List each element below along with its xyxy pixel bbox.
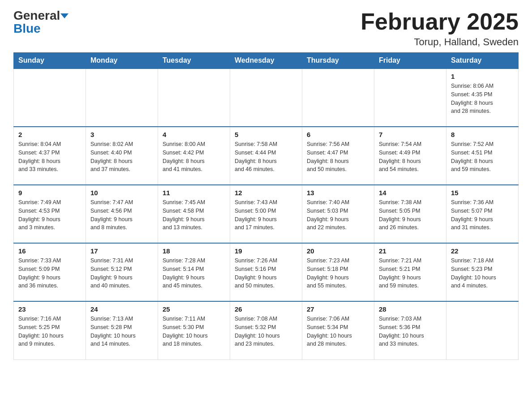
table-row: 2Sunrise: 8:04 AM Sunset: 4:37 PM Daylig… [14, 127, 86, 185]
table-row: 27Sunrise: 7:06 AM Sunset: 5:34 PM Dayli… [302, 301, 374, 360]
day-info: Sunrise: 7:40 AM Sunset: 5:03 PM Dayligh… [307, 198, 369, 232]
logo-line2: Blue [13, 22, 69, 36]
day-info: Sunrise: 7:13 AM Sunset: 5:28 PM Dayligh… [90, 315, 153, 348]
day-info: Sunrise: 7:58 AM Sunset: 4:44 PM Dayligh… [235, 140, 297, 174]
day-number: 2 [18, 131, 81, 138]
table-row [14, 68, 86, 127]
day-info: Sunrise: 7:54 AM Sunset: 4:49 PM Dayligh… [379, 140, 442, 174]
table-row [230, 68, 302, 127]
col-sunday: Sunday [14, 53, 86, 69]
table-row [158, 68, 230, 127]
day-info: Sunrise: 7:45 AM Sunset: 4:58 PM Dayligh… [163, 198, 225, 232]
day-number: 19 [235, 247, 297, 255]
table-row: 12Sunrise: 7:43 AM Sunset: 5:00 PM Dayli… [230, 185, 302, 243]
calendar-week-row: 23Sunrise: 7:16 AM Sunset: 5:25 PM Dayli… [14, 301, 519, 360]
day-info: Sunrise: 8:06 AM Sunset: 4:35 PM Dayligh… [451, 82, 514, 116]
table-row: 23Sunrise: 7:16 AM Sunset: 5:25 PM Dayli… [14, 301, 86, 360]
day-number: 22 [451, 247, 514, 255]
col-saturday: Saturday [446, 53, 519, 69]
calendar-week-row: 9Sunrise: 7:49 AM Sunset: 4:53 PM Daylig… [14, 185, 519, 243]
calendar-week-row: 1Sunrise: 8:06 AM Sunset: 4:35 PM Daylig… [14, 68, 519, 127]
day-info: Sunrise: 7:03 AM Sunset: 5:36 PM Dayligh… [379, 315, 442, 348]
day-number: 28 [379, 305, 442, 313]
day-info: Sunrise: 7:23 AM Sunset: 5:18 PM Dayligh… [307, 257, 369, 290]
table-row [302, 68, 374, 127]
calendar-table: Sunday Monday Tuesday Wednesday Thursday… [13, 52, 519, 360]
col-monday: Monday [86, 53, 158, 69]
table-row: 1Sunrise: 8:06 AM Sunset: 4:35 PM Daylig… [446, 68, 519, 127]
day-number: 5 [235, 131, 297, 138]
table-row: 8Sunrise: 7:52 AM Sunset: 4:51 PM Daylig… [446, 127, 519, 185]
day-info: Sunrise: 7:31 AM Sunset: 5:12 PM Dayligh… [90, 257, 153, 290]
day-number: 1 [451, 73, 514, 80]
table-row [86, 68, 158, 127]
table-row: 6Sunrise: 7:56 AM Sunset: 4:47 PM Daylig… [302, 127, 374, 185]
col-tuesday: Tuesday [158, 53, 230, 69]
calendar-week-row: 2Sunrise: 8:04 AM Sunset: 4:37 PM Daylig… [14, 127, 519, 185]
table-row: 28Sunrise: 7:03 AM Sunset: 5:36 PM Dayli… [374, 301, 446, 360]
calendar-header-row: Sunday Monday Tuesday Wednesday Thursday… [14, 53, 519, 69]
table-row: 18Sunrise: 7:28 AM Sunset: 5:14 PM Dayli… [158, 243, 230, 301]
table-row: 21Sunrise: 7:21 AM Sunset: 5:21 PM Dayli… [374, 243, 446, 301]
page-header: General Blue February 2025 Torup, Hallan… [13, 9, 519, 48]
table-row: 11Sunrise: 7:45 AM Sunset: 4:58 PM Dayli… [158, 185, 230, 243]
day-number: 24 [90, 305, 153, 313]
day-info: Sunrise: 7:21 AM Sunset: 5:21 PM Dayligh… [379, 257, 442, 290]
table-row: 19Sunrise: 7:26 AM Sunset: 5:16 PM Dayli… [230, 243, 302, 301]
day-number: 25 [163, 305, 225, 313]
table-row: 14Sunrise: 7:38 AM Sunset: 5:05 PM Dayli… [374, 185, 446, 243]
day-number: 4 [163, 131, 225, 138]
day-info: Sunrise: 7:33 AM Sunset: 5:09 PM Dayligh… [18, 257, 81, 290]
col-thursday: Thursday [302, 53, 374, 69]
day-number: 3 [90, 131, 153, 138]
day-info: Sunrise: 8:04 AM Sunset: 4:37 PM Dayligh… [18, 140, 81, 174]
day-number: 21 [379, 247, 442, 255]
location: Torup, Halland, Sweden [360, 36, 519, 48]
day-number: 20 [307, 247, 369, 255]
day-info: Sunrise: 7:52 AM Sunset: 4:51 PM Dayligh… [451, 140, 514, 174]
table-row [374, 68, 446, 127]
table-row: 9Sunrise: 7:49 AM Sunset: 4:53 PM Daylig… [14, 185, 86, 243]
title-section: February 2025 Torup, Halland, Sweden [360, 9, 519, 48]
table-row: 5Sunrise: 7:58 AM Sunset: 4:44 PM Daylig… [230, 127, 302, 185]
table-row: 13Sunrise: 7:40 AM Sunset: 5:03 PM Dayli… [302, 185, 374, 243]
col-wednesday: Wednesday [230, 53, 302, 69]
day-number: 6 [307, 131, 369, 138]
calendar-week-row: 16Sunrise: 7:33 AM Sunset: 5:09 PM Dayli… [14, 243, 519, 301]
logo-line1: General [13, 9, 69, 23]
day-number: 17 [90, 247, 153, 255]
day-info: Sunrise: 7:36 AM Sunset: 5:07 PM Dayligh… [451, 198, 514, 232]
table-row: 22Sunrise: 7:18 AM Sunset: 5:23 PM Dayli… [446, 243, 519, 301]
day-info: Sunrise: 7:43 AM Sunset: 5:00 PM Dayligh… [235, 198, 297, 232]
col-friday: Friday [374, 53, 446, 69]
day-number: 8 [451, 131, 514, 138]
day-info: Sunrise: 7:08 AM Sunset: 5:32 PM Dayligh… [235, 315, 297, 348]
table-row: 16Sunrise: 7:33 AM Sunset: 5:09 PM Dayli… [14, 243, 86, 301]
day-info: Sunrise: 7:47 AM Sunset: 4:56 PM Dayligh… [90, 198, 153, 232]
table-row: 26Sunrise: 7:08 AM Sunset: 5:32 PM Dayli… [230, 301, 302, 360]
day-info: Sunrise: 7:49 AM Sunset: 4:53 PM Dayligh… [18, 198, 81, 232]
day-number: 18 [163, 247, 225, 255]
day-info: Sunrise: 8:00 AM Sunset: 4:42 PM Dayligh… [163, 140, 225, 174]
month-title: February 2025 [360, 9, 519, 34]
day-number: 7 [379, 131, 442, 138]
table-row: 17Sunrise: 7:31 AM Sunset: 5:12 PM Dayli… [86, 243, 158, 301]
day-info: Sunrise: 7:06 AM Sunset: 5:34 PM Dayligh… [307, 315, 369, 348]
day-number: 13 [307, 189, 369, 197]
day-number: 15 [451, 189, 514, 197]
day-number: 11 [163, 189, 225, 197]
logo: General Blue [13, 9, 69, 36]
table-row: 25Sunrise: 7:11 AM Sunset: 5:30 PM Dayli… [158, 301, 230, 360]
day-info: Sunrise: 7:38 AM Sunset: 5:05 PM Dayligh… [379, 198, 442, 232]
day-number: 23 [18, 305, 81, 313]
day-number: 16 [18, 247, 81, 255]
table-row: 24Sunrise: 7:13 AM Sunset: 5:28 PM Dayli… [86, 301, 158, 360]
day-number: 12 [235, 189, 297, 197]
day-info: Sunrise: 8:02 AM Sunset: 4:40 PM Dayligh… [90, 140, 153, 174]
day-number: 14 [379, 189, 442, 197]
logo-arrow-icon [60, 13, 69, 18]
table-row: 15Sunrise: 7:36 AM Sunset: 5:07 PM Dayli… [446, 185, 519, 243]
table-row: 20Sunrise: 7:23 AM Sunset: 5:18 PM Dayli… [302, 243, 374, 301]
day-info: Sunrise: 7:26 AM Sunset: 5:16 PM Dayligh… [235, 257, 297, 290]
day-number: 26 [235, 305, 297, 313]
